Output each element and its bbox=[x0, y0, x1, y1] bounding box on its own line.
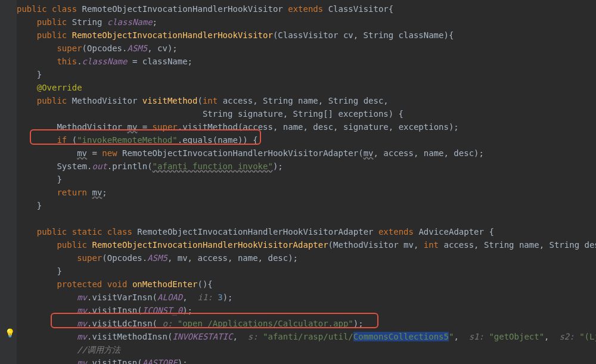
code-line: mv.visitMethodInsn(INVOKESTATIC, s: "afa… bbox=[17, 332, 596, 341]
code-line: mv = new RemoteObjectInvocationHandlerHo… bbox=[17, 148, 484, 158]
code-line: public static class RemoteObjectInvocati… bbox=[17, 227, 494, 237]
editor-gutter: 💡 bbox=[0, 0, 17, 364]
code-line: } bbox=[17, 175, 62, 184]
code-line: mv.visitLdcInsn( o: "open /Applications/… bbox=[17, 319, 364, 328]
code-line: super(Opcodes.ASM5, mv, access, name, de… bbox=[17, 253, 298, 263]
code-line: } bbox=[17, 201, 42, 210]
code-line: this.className = className; bbox=[17, 57, 193, 66]
code-line: return mv; bbox=[17, 188, 107, 197]
code-line: mv.visitInsn(AASTORE); bbox=[17, 358, 188, 364]
code-line: public class RemoteObjectInvocationHandl… bbox=[17, 4, 393, 14]
code-line: public String className; bbox=[17, 17, 157, 27]
code-line: mv.visitVarInsn(ALOAD, i1: 3); bbox=[17, 293, 233, 302]
code-line: mv.visitInsn(ICONST_0); bbox=[17, 306, 193, 315]
code-editor[interactable]: public class RemoteObjectInvocationHandl… bbox=[17, 2, 596, 364]
code-line: public MethodVisitor visitMethod(int acc… bbox=[17, 96, 389, 105]
code-line: @Override bbox=[17, 83, 82, 92]
code-line: public RemoteObjectInvocationHandlerHook… bbox=[17, 240, 596, 250]
code-line: public RemoteObjectInvocationHandlerHook… bbox=[17, 30, 454, 40]
code-line: //调用方法 bbox=[17, 345, 120, 354]
code-line: } bbox=[17, 266, 62, 276]
code-line: MethodVisitor mv = super.visitMethod(acc… bbox=[17, 122, 459, 132]
code-line: if ("invokeRemoteMethod".equals(name)) { bbox=[17, 135, 258, 145]
intention-bulb-icon[interactable]: 💡 bbox=[5, 326, 15, 340]
code-line: protected void onMethodEnter(){ bbox=[17, 279, 213, 289]
code-line bbox=[17, 214, 21, 223]
code-line: String signature, String[] exceptions) { bbox=[17, 109, 403, 119]
code-line: System.out.println("afanti function invo… bbox=[17, 161, 283, 171]
code-line: } bbox=[17, 70, 42, 79]
code-line: super(Opcodes.ASM5, cv); bbox=[17, 43, 178, 53]
